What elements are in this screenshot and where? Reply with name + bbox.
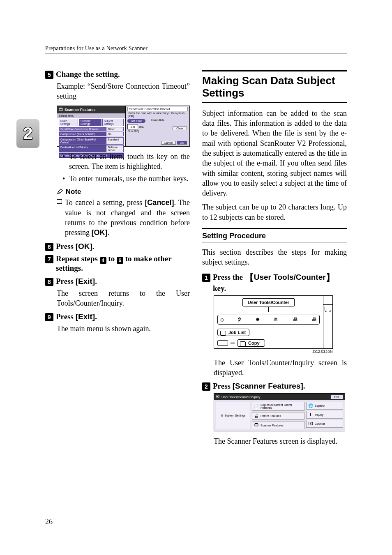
shot-title: Scanner Features (65, 108, 96, 112)
svg-rect-4 (255, 424, 258, 426)
operator-panel-figure: User Tools/Counter ◇ ℣ ✸ 🗎 🖶 🖶 Job List … (214, 295, 333, 349)
user-tools-counter-inquiry-screenshot: User Tools/Counter/Inquiry Exit ⚙ System… (214, 393, 345, 431)
hard-key[interactable] (217, 340, 228, 346)
row-comp-bw-val: On (106, 132, 124, 136)
after-step-2: The Scanner Features screen is displayed… (214, 436, 347, 446)
tab-subject-settings[interactable]: Subject Settings (102, 119, 124, 126)
tab-scanner-settings[interactable]: Scanner Settings (79, 119, 101, 126)
row-timeout[interactable]: Send/Store Connection Timeout (59, 127, 106, 131)
printer-features-button[interactable]: 🖨 Printer Features (252, 412, 304, 420)
diamond-icon: ◇ (220, 317, 224, 322)
clear-button[interactable]: Clear (173, 127, 187, 130)
svg-rect-1 (60, 108, 62, 108)
svg-rect-0 (59, 108, 62, 111)
panel-instruction: Enter the time with number keys, then pr… (127, 111, 188, 118)
row-comp-gray-val: Standard (106, 137, 124, 145)
step-9-body: The main menu is shown again. (57, 324, 190, 334)
step-5-example: Example: “Send/Store Connection Timeout”… (57, 81, 190, 101)
inquiry-button[interactable]: ℹ Inquiry (306, 411, 343, 419)
step-9-title: Press [Exit]. (56, 312, 97, 321)
tab-basic-settings[interactable]: Basic Settings (59, 119, 78, 126)
note-heading: Note (57, 188, 190, 196)
figure-caption-1: ZGZS320N (214, 350, 333, 354)
copier-features-button[interactable]: 📄 Copier/Document Server Features (252, 402, 304, 411)
system-settings-icon: ⚙ (221, 414, 223, 417)
section-para-1: Subject information can be added to the … (202, 108, 347, 198)
immediate-label: Immediate (151, 119, 165, 122)
espanol-button[interactable]: 🌐 Español (306, 402, 343, 410)
svg-point-3 (217, 396, 218, 397)
step-9-badge: 9 (45, 313, 53, 321)
copier-icon: 📄 (254, 404, 259, 409)
panel-heading: Send/Store Connection Timeout (127, 107, 188, 111)
row-comp-bw[interactable]: Compression (Black & White) (59, 132, 106, 136)
row-timeout-val: 60sec. (106, 127, 124, 131)
step-1-title: Press the 【User Tools/Counter】 key. (213, 272, 347, 293)
copy-key[interactable]: Copy (237, 339, 265, 347)
bullet-enter-numerals: To enter numerals, use the number keys. (62, 174, 190, 184)
unit-label: sec. (139, 125, 144, 128)
document-icon: 🗎 (274, 317, 279, 322)
step-1-badge: 1 (202, 274, 210, 282)
subsection-heading: Setting Procedure (202, 228, 347, 242)
scanner-features-screenshot: Scanner Features Select item. Basic Sett… (57, 106, 190, 147)
subsection-para: This section describes the steps for mak… (202, 247, 347, 267)
exit-button[interactable]: Exit (330, 395, 343, 399)
user-tools-counter-key[interactable]: User Tools/Counter (242, 298, 295, 306)
job-list-key[interactable]: Job List (217, 329, 249, 336)
step-2-title: Press [Scanner Features]. (213, 382, 305, 391)
running-header: Preparations for Use as a Network Scanne… (45, 45, 347, 53)
step-6-badge: 6 (45, 243, 53, 251)
step-7-badge: 7 (45, 255, 53, 263)
cancel-button[interactable]: Cancel (161, 141, 176, 145)
step-8-title: Press [Exit]. (56, 277, 97, 286)
step-7-title: Repeat steps 4 to 6 to make other settin… (56, 254, 190, 273)
svg-rect-5 (255, 423, 258, 424)
mode-icons-row: ◇ ℣ ✸ 🗎 🖶 🖶 (217, 315, 320, 325)
info-icon: ℹ (308, 412, 313, 417)
system-settings-button[interactable]: ⚙ System Settings (216, 402, 250, 429)
note-cancel: To cancel a setting, press [Cancel]. The… (57, 198, 190, 237)
range-label: (5 to 900) (127, 130, 188, 133)
section-para-2: The subject can be up to 20 characters l… (202, 202, 347, 222)
step-5-badge: 5 (45, 71, 53, 79)
ok-button[interactable]: OK (177, 141, 187, 145)
step-6-title: Press [OK]. (56, 242, 95, 251)
left-column: 5 Change the setting. Example: “Send/Sto… (45, 70, 190, 451)
step-5-title: Change the setting. (56, 70, 120, 79)
printer-icon: 🖶 (293, 317, 298, 322)
timeout-input[interactable]: 2 0 (127, 124, 138, 129)
energy-icon: ✸ (256, 317, 260, 322)
chapter-tab: 2 (16, 119, 39, 148)
set-time-button[interactable]: Set Time (127, 119, 145, 123)
utci-title: User Tools/Counter/Inquiry (221, 395, 261, 399)
printer-feat-icon: 🖨 (254, 414, 259, 418)
scanner-features-button[interactable]: Scanner Features (252, 421, 304, 429)
step-2-badge: 2 (202, 382, 210, 391)
gear-icon (216, 394, 220, 399)
scanner-icon (59, 107, 63, 112)
step-8-body: The screen returns to the User Tools/Cou… (57, 288, 190, 309)
globe-icon: 🌐 (308, 403, 313, 408)
scanner-feat-icon (254, 423, 259, 428)
row-comp-gray[interactable]: Compression (Gray Scale/Full Colour) (59, 137, 106, 145)
section-heading: Making Scan Data Subject Settings (202, 70, 347, 103)
pencil-icon (57, 189, 63, 195)
after-step-1: The User Tools/Counter/Inquiry screen is… (214, 358, 347, 378)
step-8-badge: 8 (45, 278, 53, 286)
shot-select-item: Select item. (57, 113, 125, 118)
page-number: 26 (45, 518, 53, 526)
counter-icon: 00 (308, 421, 313, 426)
person-icon: ℣ (238, 317, 241, 322)
scanner-small-icon: 🖶 (312, 317, 317, 322)
counter-button[interactable]: 00 Counter (306, 420, 343, 428)
note-bullet-icon (57, 199, 62, 204)
right-column: Making Scan Data Subject Settings Subjec… (202, 70, 347, 451)
bullet-select-item: To select an item, touch its key on the … (62, 152, 190, 172)
